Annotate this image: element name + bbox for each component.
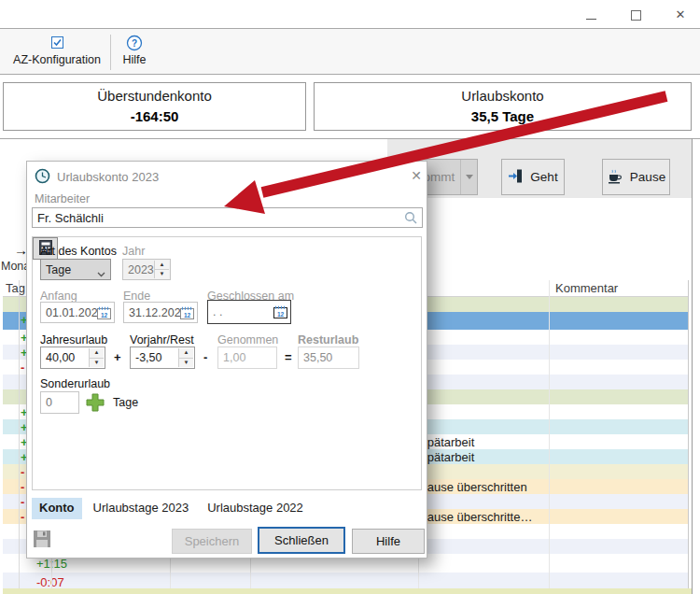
vorjahr-rest-value: -3,50 (135, 351, 162, 364)
tab-konto[interactable]: Konto (32, 498, 82, 519)
main-panel-right-border (692, 138, 693, 594)
row-sign: - (21, 465, 24, 479)
ende-value: 31.12.2023 (129, 306, 188, 319)
sonderurlaub-label: Sonderurlaub (40, 377, 110, 390)
spin-up-icon[interactable]: ▲ (90, 348, 104, 359)
speichern-button[interactable]: Speichern (172, 529, 252, 554)
urlaubskonto-dialog: Urlaubskonto 2023 ✕ Mitarbeiter Art des … (26, 161, 427, 559)
ende-date-input[interactable]: 31.12.2023 12 (123, 302, 198, 323)
sonderurlaub-input[interactable]: 0 (40, 391, 79, 414)
genommen-label: Genommen (217, 333, 278, 346)
spin-up-icon[interactable]: ▲ (155, 261, 169, 270)
toolbar-divider (110, 35, 111, 70)
jahresurlaub-label: Jahresurlaub (40, 333, 107, 346)
add-days-button[interactable] (85, 392, 105, 413)
genommen-value: 1,00 (223, 351, 245, 364)
geschlossen-am-value: . . (213, 305, 222, 318)
table-gridline (549, 280, 550, 588)
az-konfiguration-button[interactable]: AZ-Konfiguration (7, 33, 106, 72)
dialog-tabbar: Konto Urlaubstage 2023 Urlaubstage 2022 (32, 498, 311, 519)
spinner-buttons[interactable]: ▲▼ (89, 348, 104, 367)
mitarbeiter-label: Mitarbeiter (35, 192, 90, 205)
minus-operator: - (203, 350, 207, 364)
anfang-label: Anfang (40, 290, 77, 303)
table-bottom-strip (3, 588, 692, 594)
svg-text:12: 12 (184, 312, 191, 318)
spin-down-icon[interactable]: ▼ (179, 359, 193, 368)
jahresurlaub-value: 40,00 (46, 351, 75, 364)
geschlossen-am-date-input[interactable]: . . 12 (207, 300, 291, 324)
vorjahr-rest-spinner[interactable]: -3,50 ▲▼ (130, 346, 195, 369)
sonderurlaub-value: 0 (46, 396, 52, 409)
calendar-icon[interactable]: 12 (273, 305, 287, 321)
spin-up-icon[interactable]: ▲ (179, 348, 193, 359)
resturlaub-label: Resturlaub (298, 333, 358, 346)
config-checkbox-icon (7, 35, 106, 53)
schliessen-button[interactable]: Schließen (258, 527, 345, 554)
equals-operator: = (285, 350, 292, 364)
spin-down-icon[interactable]: ▼ (155, 270, 169, 278)
door-exit-icon (508, 168, 524, 187)
tab-urlaubstage-2023[interactable]: Urlaubstage 2023 (86, 498, 197, 519)
art-des-kontos-select[interactable]: Tage (40, 259, 111, 280)
dialog-close-button[interactable]: ✕ (408, 168, 425, 185)
ende-label: Ende (123, 290, 150, 303)
art-des-kontos-label: Art des Kontos (40, 245, 117, 258)
anfang-value: 01.01.2023 (46, 306, 105, 319)
anfang-date-input[interactable]: 01.01.2023 12 (40, 302, 115, 323)
overtime-value: -164:50 (4, 108, 305, 124)
hilfe-button[interactable]: Hilfe (352, 529, 425, 554)
calendar-icon[interactable]: 12 (97, 306, 111, 322)
svg-text:?: ? (132, 38, 137, 49)
tab-urlaubstage-2022[interactable]: Urlaubstage 2022 (200, 498, 311, 519)
svg-text:12: 12 (277, 311, 285, 318)
genommen-input: 1,00 (217, 346, 277, 369)
spinner-buttons[interactable]: ▲▼ (154, 261, 169, 278)
az-konfiguration-label: AZ-Konfiguration (13, 53, 101, 66)
search-icon[interactable] (404, 211, 418, 228)
minimize-icon (586, 19, 596, 20)
minimize-button[interactable] (577, 7, 605, 22)
row-sign: - (21, 495, 24, 509)
calendar-icon[interactable]: 12 (180, 306, 194, 322)
save-disk-button[interactable] (33, 530, 55, 552)
account-groupbox: Art des Kontos Tage Jahr 2023 ▲▼ Anfang … (32, 236, 422, 490)
pause-button[interactable]: Pause (602, 159, 670, 195)
hilfe-toolbar-button[interactable]: ? Hilfe (114, 33, 155, 72)
table-gridline (688, 280, 689, 588)
help-icon: ? (114, 35, 155, 53)
kommt-dropdown-arrow-icon[interactable] (460, 160, 477, 194)
sonderurlaub-tage-label: Tage (113, 396, 138, 409)
overtime-account-panel: Überstundenkonto -164:50 (3, 82, 306, 131)
kommentar-column-header: Kommentar (555, 281, 667, 295)
svg-text:12: 12 (101, 312, 108, 318)
row-comment: Pause überschritte… (419, 510, 532, 524)
vacation-account-panel: Urlaubskonto 35,5 Tage (314, 82, 692, 131)
spin-down-icon[interactable]: ▼ (90, 359, 104, 368)
window-close-button[interactable]: ✕ (666, 7, 694, 22)
coffee-cup-icon (607, 168, 623, 187)
row-comment: Pause überschritten (419, 480, 527, 494)
jahr-value: 2023 (128, 263, 154, 276)
vacation-value: 35,5 Tage (315, 108, 691, 124)
maximize-button[interactable] (622, 7, 650, 22)
art-des-kontos-value: Tage (46, 263, 71, 276)
geht-button[interactable]: Geht (501, 159, 565, 195)
pause-label: Pause (630, 170, 665, 184)
mitarbeiter-input[interactable] (32, 207, 423, 228)
jahr-spinner[interactable]: 2023 ▲▼ (122, 259, 171, 280)
resturlaub-input: 35,50 (298, 346, 359, 369)
window-titlebar: ✕ (0, 0, 700, 28)
table-row[interactable]: -0:07 (3, 573, 688, 588)
geht-label: Geht (530, 170, 557, 184)
jahresurlaub-spinner[interactable]: 40,00 ▲▼ (40, 346, 105, 369)
resturlaub-value: 35,50 (303, 351, 332, 364)
clock-icon (35, 168, 50, 187)
dialog-title: Urlaubskonto 2023 (57, 170, 159, 184)
close-icon: ✕ (676, 7, 686, 21)
vacation-title: Urlaubskonto (315, 88, 691, 104)
spinner-buttons[interactable]: ▲▼ (178, 348, 193, 367)
app-window: ✕ AZ-Konfiguration ? Hilfe Überstundenko… (0, 0, 700, 594)
overtime-title: Überstundenkonto (4, 88, 305, 104)
toolbar: AZ-Konfiguration ? Hilfe (0, 28, 700, 75)
